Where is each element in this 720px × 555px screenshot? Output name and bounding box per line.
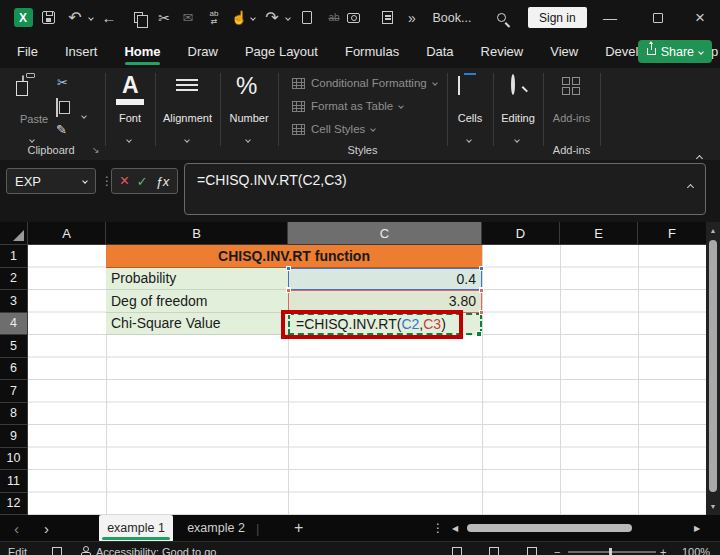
- excel-app-icon[interactable]: X: [12, 0, 34, 35]
- copy-dropdown-icon[interactable]: [82, 104, 86, 122]
- font-letter-icon[interactable]: A: [122, 74, 139, 97]
- insert-function-icon[interactable]: ƒx: [155, 175, 169, 188]
- horizontal-scrollbar-thumb[interactable]: [467, 524, 632, 532]
- scroll-up-icon[interactable]: ▲: [706, 227, 720, 234]
- format-as-table-button[interactable]: Format as Table: [292, 100, 403, 112]
- more-commands-icon[interactable]: »: [405, 0, 419, 35]
- sheet-cells[interactable]: CHISQ.INV.RT function Probability 0.4 De…: [28, 245, 706, 515]
- column-header-d[interactable]: D: [482, 222, 560, 245]
- add-ins-icon[interactable]: [562, 77, 580, 95]
- share-button[interactable]: Share: [638, 40, 712, 63]
- page-break-view-icon[interactable]: [527, 547, 537, 555]
- tab-draw[interactable]: Draw: [187, 35, 219, 68]
- editing-dropdown-icon[interactable]: [515, 128, 519, 146]
- column-header-b[interactable]: B: [106, 222, 288, 245]
- zoom-slider[interactable]: [568, 551, 656, 553]
- select-all-button[interactable]: [0, 222, 28, 245]
- tab-home[interactable]: Home: [123, 35, 161, 68]
- undo-dropdown-icon[interactable]: [86, 0, 96, 35]
- name-box[interactable]: EXP: [6, 168, 96, 194]
- row-header-3[interactable]: 3: [0, 290, 28, 313]
- close-button[interactable]: ×: [692, 0, 708, 35]
- hscroll-right-icon[interactable]: ▶: [694, 515, 700, 541]
- column-header-e[interactable]: E: [560, 222, 638, 245]
- copy-icon[interactable]: [129, 0, 147, 35]
- replace-icon[interactable]: ab⇄: [205, 0, 223, 35]
- cell-b3[interactable]: Deg of freedom: [106, 290, 288, 313]
- touch-mode-icon[interactable]: ☝: [231, 0, 247, 35]
- add-ins-button[interactable]: Add-ins: [543, 112, 600, 124]
- row-header-1[interactable]: 1: [0, 245, 28, 268]
- formula-input[interactable]: =CHISQ.INV.RT(C2,C3): [184, 163, 706, 215]
- zoom-in-icon[interactable]: +: [660, 546, 666, 555]
- sheet-options-icon[interactable]: ⋮: [432, 515, 444, 541]
- alignment-dropdown-icon[interactable]: [185, 128, 189, 146]
- column-header-c[interactable]: C: [288, 222, 482, 245]
- zoom-out-icon[interactable]: −: [554, 546, 560, 555]
- row-header-7[interactable]: 7: [0, 380, 28, 403]
- row-header-4[interactable]: 4: [0, 313, 28, 336]
- row-header-9[interactable]: 9: [0, 425, 28, 448]
- sheet-tab-example-1[interactable]: example 1: [99, 515, 173, 541]
- alignment-icon[interactable]: [176, 79, 198, 94]
- page-layout-view-icon[interactable]: [489, 547, 499, 555]
- clipboard-dialog-launcher-icon[interactable]: ↘: [92, 145, 100, 155]
- tab-page-layout[interactable]: Page Layout: [244, 35, 319, 68]
- normal-view-icon[interactable]: [452, 547, 462, 555]
- cell-styles-button[interactable]: Cell Styles: [292, 123, 375, 135]
- strikethrough-icon[interactable]: ab: [325, 0, 343, 35]
- row-header-12[interactable]: 12: [0, 493, 28, 516]
- hscroll-left-icon[interactable]: ◀: [452, 515, 458, 541]
- number-percent-icon[interactable]: %: [236, 74, 257, 98]
- accessibility-status[interactable]: Accessibility: Good to go: [96, 546, 216, 555]
- save-icon[interactable]: [38, 0, 58, 35]
- row-header-11[interactable]: 11: [0, 470, 28, 493]
- touch-mode-dropdown-icon[interactable]: [248, 0, 258, 35]
- zoom-level[interactable]: 100%: [682, 546, 710, 555]
- camera-icon[interactable]: [344, 0, 362, 35]
- zoom-slider-thumb[interactable]: [609, 548, 612, 555]
- tab-insert[interactable]: Insert: [64, 35, 99, 68]
- search-icon[interactable]: [492, 0, 510, 35]
- macro-record-icon[interactable]: [52, 547, 62, 555]
- vertical-scrollbar[interactable]: ▲ ▼: [706, 222, 720, 515]
- cell-b4[interactable]: Chi-Square Value: [106, 313, 288, 336]
- tab-data[interactable]: Data: [425, 35, 454, 68]
- tab-file[interactable]: File: [16, 35, 39, 68]
- cut-button-icon[interactable]: ✂: [57, 75, 68, 90]
- vertical-scrollbar-thumb[interactable]: [709, 240, 717, 492]
- cell-b2[interactable]: Probability: [106, 268, 288, 291]
- next-sheet-icon[interactable]: ›: [44, 515, 49, 541]
- row-header-6[interactable]: 6: [0, 358, 28, 381]
- new-document-icon[interactable]: [299, 0, 315, 35]
- font-group-button[interactable]: Font: [105, 112, 155, 124]
- redo-icon[interactable]: ↷: [263, 0, 281, 35]
- format-painter-icon[interactable]: ✎: [56, 122, 67, 137]
- redo-dropdown-icon[interactable]: [283, 0, 293, 35]
- alignment-group-button[interactable]: Alignment: [155, 112, 220, 124]
- previous-sheet-icon[interactable]: ‹: [14, 515, 19, 541]
- column-header-a[interactable]: A: [28, 222, 106, 245]
- tab-review[interactable]: Review: [480, 35, 525, 68]
- row-header-5[interactable]: 5: [0, 335, 28, 358]
- maximize-button[interactable]: [650, 0, 666, 35]
- tab-view[interactable]: View: [549, 35, 579, 68]
- row-header-8[interactable]: 8: [0, 403, 28, 426]
- minimize-button[interactable]: —: [602, 0, 618, 35]
- cell-b1-title[interactable]: CHISQ.INV.RT function: [106, 245, 482, 268]
- enter-icon[interactable]: ✓: [137, 175, 148, 188]
- font-dropdown-icon[interactable]: [127, 128, 131, 146]
- copy-button-icon[interactable]: [56, 99, 58, 117]
- cut-icon[interactable]: ✂: [155, 0, 173, 35]
- scroll-down-icon[interactable]: ▼: [706, 503, 720, 510]
- number-dropdown-icon[interactable]: [246, 128, 250, 146]
- cancel-icon[interactable]: ×: [120, 173, 129, 189]
- print-preview-icon[interactable]: [379, 0, 395, 35]
- row-header-2[interactable]: 2: [0, 268, 28, 291]
- editing-group-button[interactable]: Editing: [493, 112, 543, 124]
- conditional-formatting-button[interactable]: Conditional Formatting: [292, 77, 437, 89]
- fill-handle[interactable]: [476, 331, 482, 337]
- back-arrow-icon[interactable]: ←: [100, 0, 118, 35]
- new-sheet-button[interactable]: +: [294, 515, 303, 541]
- tab-formulas[interactable]: Formulas: [344, 35, 400, 68]
